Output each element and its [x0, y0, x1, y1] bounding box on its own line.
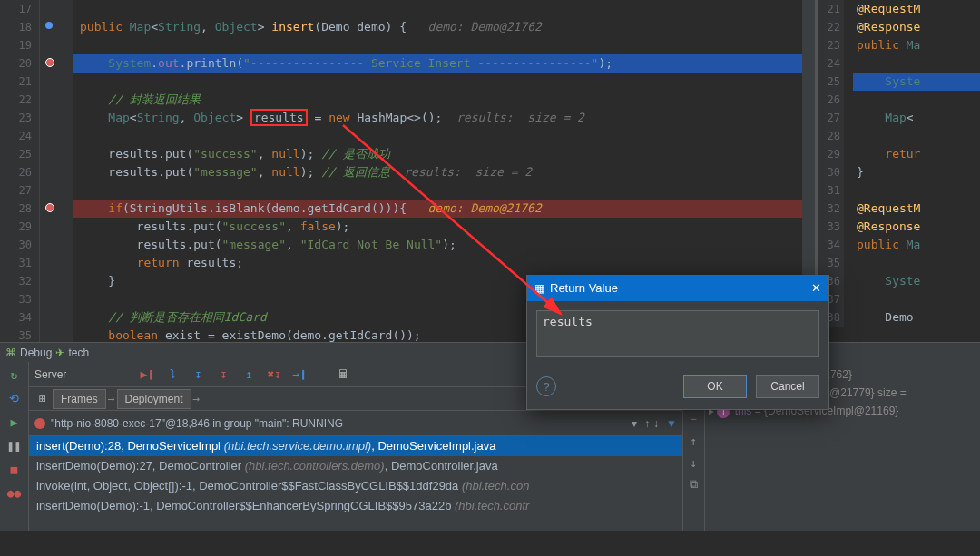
code-line[interactable] — [853, 91, 980, 109]
line-number: 25 — [0, 145, 39, 163]
tab-frames[interactable]: Frames — [53, 389, 106, 409]
filter-icon[interactable]: ▼ — [666, 417, 677, 430]
up-icon[interactable]: ↑ — [686, 433, 702, 449]
editor-right[interactable]: 212223242526272829303132333435363738 @Re… — [818, 0, 980, 342]
code-line[interactable] — [853, 290, 980, 308]
chevron-down-icon[interactable]: ▾ — [632, 417, 637, 430]
run-to-cursor-icon[interactable]: →❙ — [291, 366, 308, 383]
down-icon[interactable]: ↓ — [686, 454, 702, 471]
line-number: 21 — [0, 73, 39, 91]
next-frame-icon[interactable]: ↓ — [653, 417, 659, 430]
code-line[interactable]: return results; — [73, 254, 802, 272]
code-line[interactable] — [73, 181, 802, 200]
step-over-icon[interactable]: ⤵ — [164, 366, 181, 383]
code-line[interactable]: public Map<String, Object> insert(Demo d… — [73, 18, 802, 36]
line-number: 32 — [0, 272, 39, 290]
line-number: 33 — [0, 290, 39, 308]
expression-input[interactable] — [536, 310, 819, 357]
step-out-icon[interactable]: ↥ — [240, 366, 257, 383]
copy-icon[interactable]: ⧉ — [686, 476, 702, 493]
code-line[interactable]: Syste — [853, 272, 980, 290]
line-number: 18 — [0, 18, 39, 36]
thread-label: "http-nio-8080-exec-17"@18,846 in group … — [51, 417, 343, 430]
thread-selector[interactable]: "http-nio-8080-exec-17"@18,846 in group … — [29, 411, 682, 436]
code-line[interactable] — [853, 127, 980, 145]
line-number: 24 — [818, 54, 844, 73]
debug-left-toolbar: ↻ ⟲ ▶ ❚❚ ■ ●● — [0, 362, 29, 531]
server-tab[interactable]: Server — [34, 368, 66, 381]
code-line[interactable]: Demo — [853, 308, 980, 327]
code-line[interactable] — [73, 73, 802, 91]
code-line[interactable]: Syste — [853, 73, 980, 91]
line-number: 19 — [0, 36, 39, 54]
rerun-button[interactable]: ↻ — [5, 366, 24, 384]
code-line[interactable]: @RequestM — [853, 200, 980, 218]
stop-button[interactable]: ■ — [5, 460, 24, 478]
code-line[interactable] — [853, 54, 980, 73]
line-number: 22 — [0, 91, 39, 109]
line-number: 32 — [818, 200, 844, 218]
stack-frame[interactable]: insert(Demo):28, DemoServiceImpl (hbi.te… — [29, 436, 682, 456]
run-config-name: tech — [68, 343, 89, 363]
code-line[interactable] — [73, 127, 802, 145]
prev-frame-icon[interactable]: ↑ — [644, 417, 650, 430]
code-line[interactable]: results.put("success", null); // 是否成功 — [73, 145, 802, 163]
drop-frame-icon[interactable]: ✖↧ — [266, 366, 282, 383]
stack-frame[interactable]: insertDemo(Demo):27, DemoController (hbi… — [29, 456, 682, 476]
code-line[interactable]: @RequestM — [853, 0, 980, 18]
line-number: 23 — [0, 109, 39, 127]
tab-deployment[interactable]: Deployment — [117, 389, 191, 409]
dialog-title: Return Value — [550, 276, 618, 301]
evaluate-expression-icon[interactable]: 🖩 — [335, 366, 351, 383]
line-number: 28 — [0, 200, 39, 218]
code-line[interactable]: results.put("message", "IdCard Not Be Nu… — [73, 236, 802, 254]
line-number: 26 — [818, 91, 844, 109]
code-line[interactable]: // 封装返回结果 — [73, 91, 802, 109]
stack-frame[interactable]: insertDemo(Demo):-1, DemoController$$Enh… — [29, 496, 682, 516]
line-number: 24 — [0, 127, 39, 145]
code-line[interactable] — [73, 0, 802, 18]
frames-list[interactable]: insert(Demo):28, DemoServiceImpl (hbi.te… — [29, 436, 682, 531]
code-line[interactable]: retur — [853, 145, 980, 163]
code-line[interactable]: Map< — [853, 109, 980, 127]
help-icon[interactable]: ? — [536, 376, 556, 396]
code-line[interactable]: } — [853, 163, 980, 181]
view-breakpoints-button[interactable]: ●● — [5, 483, 24, 502]
line-number: 30 — [818, 163, 844, 181]
stack-frame[interactable]: invoke(int, Object, Object[]):-1, DemoCo… — [29, 476, 682, 496]
remove-watch-icon[interactable]: － — [686, 411, 702, 427]
code-line[interactable] — [853, 254, 980, 272]
code-line[interactable]: @Response — [853, 18, 980, 36]
dialog-titlebar[interactable]: ▦ Return Value ✕ — [527, 276, 828, 301]
line-number: 21 — [818, 0, 844, 18]
line-number: 22 — [818, 18, 844, 36]
code-line[interactable]: public Ma — [853, 236, 980, 254]
code-line[interactable]: if(StringUtils.isBlank(demo.getIdCard())… — [73, 200, 802, 218]
code-line[interactable]: @Response — [853, 218, 980, 236]
code-line[interactable] — [853, 181, 980, 200]
code-line[interactable]: public Ma — [853, 36, 980, 54]
close-icon[interactable]: ✕ — [811, 276, 821, 301]
code-line[interactable] — [73, 36, 802, 54]
bug-icon: ⌘ — [5, 343, 16, 363]
code-line[interactable]: System.out.println("---------------- Ser… — [73, 54, 802, 73]
restore-layout-icon[interactable]: ⊞ — [34, 391, 51, 407]
update-button[interactable]: ⟲ — [5, 389, 24, 407]
code-line[interactable]: results.put("success", false); — [73, 218, 802, 236]
code-line[interactable]: Map<String, Object> results = new HashMa… — [73, 109, 802, 127]
line-number: 28 — [818, 127, 844, 145]
pause-button[interactable]: ❚❚ — [5, 436, 24, 454]
line-number: 33 — [818, 218, 844, 236]
show-execution-point-icon[interactable]: ▶❙ — [139, 366, 155, 383]
debug-body: ↻ ⟲ ▶ ❚❚ ■ ●● Server ▶❙ ⤵ ↧ ↧ ↥ ✖↧ →❙ 🖩 … — [0, 362, 980, 531]
debug-label: Debug — [20, 343, 52, 363]
breakpoint-icon[interactable] — [45, 58, 54, 67]
ok-button[interactable]: OK — [683, 375, 747, 398]
force-step-into-icon[interactable]: ↧ — [215, 366, 231, 383]
code-line[interactable]: results.put("message", null); // 返回信息 re… — [73, 163, 802, 181]
breakpoint-icon[interactable] — [45, 203, 54, 212]
step-into-icon[interactable]: ↧ — [190, 366, 206, 383]
cancel-button[interactable]: Cancel — [756, 375, 819, 398]
debug-tool-window-tab[interactable]: ⌘ Debug ✈ tech — [0, 342, 980, 362]
resume-button[interactable]: ▶ — [5, 413, 24, 431]
